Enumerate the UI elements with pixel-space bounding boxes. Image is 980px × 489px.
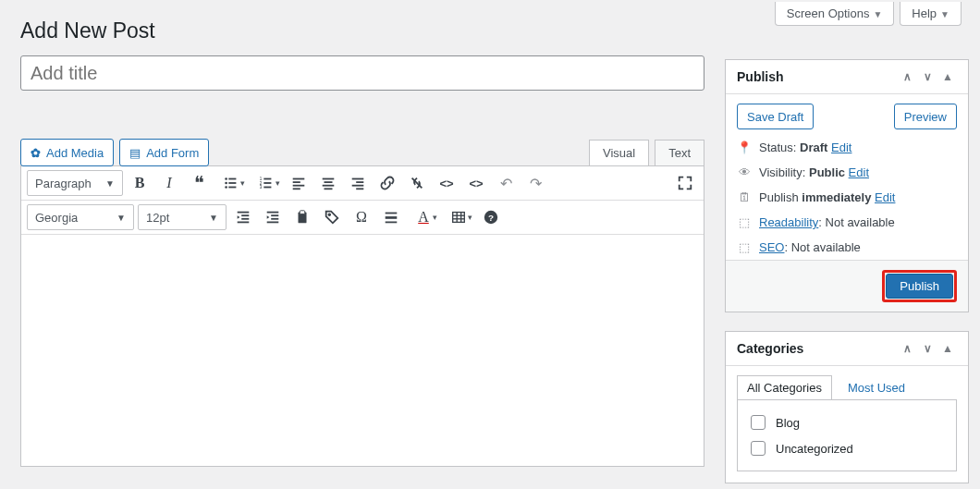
hr-button[interactable] xyxy=(378,204,404,230)
camera-music-icon: ✿ xyxy=(31,146,41,160)
svg-rect-14 xyxy=(293,185,305,187)
yoast-icon: ⬚ xyxy=(737,240,752,254)
svg-rect-15 xyxy=(293,188,300,189)
svg-rect-20 xyxy=(352,178,364,180)
align-right-button[interactable] xyxy=(345,170,371,196)
svg-rect-33 xyxy=(300,211,304,214)
link-button[interactable] xyxy=(374,170,400,196)
special-char-button[interactable]: Ω xyxy=(349,204,374,230)
add-form-label: Add Form xyxy=(146,146,199,160)
font-family-select[interactable]: Georgia▼ xyxy=(27,204,134,230)
eye-icon: 👁 xyxy=(737,165,752,179)
svg-rect-23 xyxy=(356,188,363,189)
svg-rect-29 xyxy=(271,214,278,216)
align-center-button[interactable] xyxy=(315,170,341,196)
category-checkbox[interactable] xyxy=(751,415,766,430)
svg-rect-3 xyxy=(228,182,236,184)
help-button[interactable]: Help▼ xyxy=(900,2,962,26)
svg-rect-38 xyxy=(453,213,465,223)
chevron-down-icon: ▼ xyxy=(105,178,115,189)
toggle-panel-icon[interactable]: ▲ xyxy=(938,67,957,86)
move-down-icon[interactable]: ∨ xyxy=(918,339,937,358)
numbered-list-button[interactable]: 123 xyxy=(251,170,282,196)
svg-rect-26 xyxy=(241,218,249,220)
tab-all-categories[interactable]: All Categories xyxy=(737,375,832,399)
chevron-down-icon: ▼ xyxy=(116,213,126,223)
move-up-icon[interactable]: ∧ xyxy=(898,67,916,86)
readability-link[interactable]: Readability xyxy=(759,215,818,229)
tab-most-used[interactable]: Most Used xyxy=(838,375,915,399)
category-label: Uncategorized xyxy=(776,442,853,456)
svg-rect-7 xyxy=(263,178,271,180)
indent-button[interactable] xyxy=(260,204,286,230)
edit-status-link[interactable]: Edit xyxy=(831,141,851,154)
tab-text[interactable]: Text xyxy=(655,140,704,165)
move-down-icon[interactable]: ∨ xyxy=(918,67,937,86)
categories-list: Blog Uncategorized xyxy=(737,399,957,471)
screen-options-button[interactable]: Screen Options▼ xyxy=(775,2,895,26)
chevron-down-icon: ▼ xyxy=(940,9,949,19)
svg-rect-25 xyxy=(241,214,249,216)
undo-button[interactable]: ↶ xyxy=(493,170,519,196)
align-left-button[interactable] xyxy=(286,170,312,196)
outdent-button[interactable] xyxy=(230,204,256,230)
seo-row: ⬚ SEO: Not available xyxy=(726,235,968,260)
italic-button[interactable]: I xyxy=(156,170,182,196)
visibility-value: Public xyxy=(809,165,845,179)
schedule-label: Publish xyxy=(759,190,799,204)
status-value: Draft xyxy=(800,141,827,154)
tab-visual[interactable]: Visual xyxy=(589,140,649,165)
paste-button[interactable] xyxy=(289,204,315,230)
readability-value: : Not available xyxy=(818,215,894,229)
svg-point-34 xyxy=(328,214,330,215)
unlink-button[interactable] xyxy=(404,170,430,196)
font-size-select[interactable]: 12pt▼ xyxy=(138,204,227,230)
seo-link[interactable]: SEO xyxy=(759,240,784,254)
publish-box-title: Publish xyxy=(737,69,784,84)
svg-rect-17 xyxy=(325,181,333,183)
status-label: Status: xyxy=(759,141,796,154)
post-title-input[interactable] xyxy=(20,55,704,91)
bulleted-list-button[interactable] xyxy=(215,170,247,196)
svg-rect-13 xyxy=(293,181,300,183)
add-media-button[interactable]: ✿ Add Media xyxy=(20,139,114,166)
shortcode-button[interactable]: <> xyxy=(434,170,459,196)
svg-text:3: 3 xyxy=(260,185,263,189)
redo-button[interactable]: ↷ xyxy=(522,170,548,196)
svg-point-4 xyxy=(225,186,227,189)
move-up-icon[interactable]: ∧ xyxy=(898,339,916,358)
add-form-button[interactable]: ▤ Add Form xyxy=(119,139,209,166)
fullscreen-button[interactable] xyxy=(672,170,698,196)
help-icon-button[interactable]: ? xyxy=(478,204,504,230)
category-checkbox[interactable] xyxy=(751,441,766,456)
toggle-panel-icon[interactable]: ▲ xyxy=(938,339,957,358)
save-draft-button[interactable]: Save Draft xyxy=(737,104,814,129)
tag-button[interactable] xyxy=(319,204,345,230)
svg-rect-37 xyxy=(386,222,398,224)
svg-point-2 xyxy=(225,182,227,185)
editor-content-area[interactable] xyxy=(21,235,704,466)
blockquote-button[interactable]: ❝ xyxy=(186,170,212,196)
svg-rect-19 xyxy=(325,188,333,189)
text-color-button[interactable]: A xyxy=(408,204,439,230)
readability-row: ⬚ Readability: Not available xyxy=(726,210,968,235)
svg-rect-12 xyxy=(293,178,305,180)
category-item[interactable]: Blog xyxy=(747,410,947,435)
edit-schedule-link[interactable]: Edit xyxy=(875,190,895,204)
svg-rect-24 xyxy=(238,212,250,214)
block-format-select[interactable]: Paragraph▼ xyxy=(27,170,123,196)
svg-rect-1 xyxy=(228,178,236,180)
table-button[interactable] xyxy=(443,204,474,230)
bold-button[interactable]: B xyxy=(127,170,153,196)
svg-rect-9 xyxy=(263,182,271,184)
publish-button[interactable]: Publish xyxy=(886,274,953,299)
shortcode2-button[interactable]: <> xyxy=(463,170,489,196)
preview-button[interactable]: Preview xyxy=(894,104,957,129)
chevron-down-icon: ▼ xyxy=(209,213,218,223)
category-label: Blog xyxy=(776,416,800,430)
svg-rect-30 xyxy=(271,218,278,220)
schedule-value: immediately xyxy=(802,190,871,204)
svg-point-0 xyxy=(225,177,227,180)
category-item[interactable]: Uncategorized xyxy=(747,435,947,461)
edit-visibility-link[interactable]: Edit xyxy=(849,165,869,179)
